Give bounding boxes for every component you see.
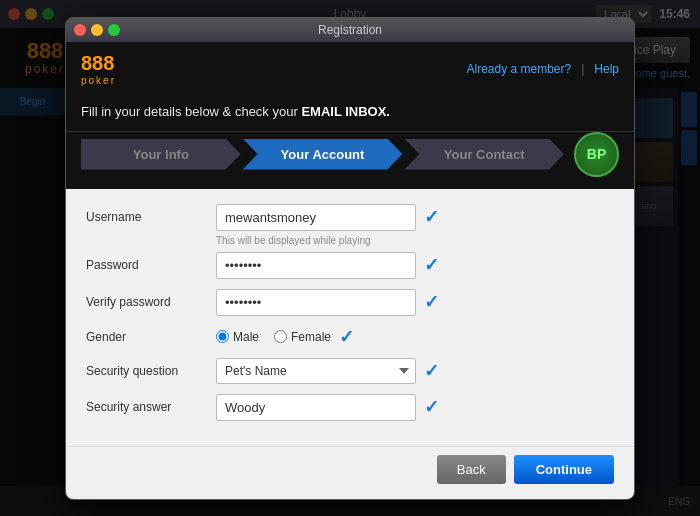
- username-check-icon: ✓: [424, 206, 439, 228]
- modal-logo: 888 poker: [81, 52, 116, 86]
- verify-password-label: Verify password: [86, 295, 216, 309]
- gender-female-option[interactable]: Female: [274, 330, 331, 344]
- form-buttons: Back Continue: [66, 446, 634, 499]
- gender-male-label: Male: [233, 330, 259, 344]
- modal-logo-txt: poker: [81, 75, 116, 86]
- back-button[interactable]: Back: [437, 455, 506, 484]
- username-hint: This will be displayed while playing: [216, 235, 614, 246]
- security-question-row: Security question Pet's Name Mother's Ma…: [86, 358, 614, 384]
- verify-password-row: Verify password ✓: [86, 289, 614, 316]
- continue-button[interactable]: Continue: [514, 455, 614, 484]
- step-tabs: Your Info Your Account Your Contact BP: [66, 132, 634, 189]
- gender-options-wrap: Male Female ✓: [216, 326, 614, 348]
- modal-overlay: Registration 888 poker Already a member?…: [0, 0, 700, 516]
- modal-titlebar: Registration: [66, 18, 634, 42]
- modal-maximize-button[interactable]: [108, 24, 120, 36]
- username-row: Username ✓: [86, 204, 614, 231]
- help-link[interactable]: Help: [594, 62, 619, 76]
- verify-password-check-icon: ✓: [424, 291, 439, 313]
- modal-close-button[interactable]: [74, 24, 86, 36]
- security-answer-row: Security answer ✓: [86, 394, 614, 421]
- verify-password-input-wrap: ✓: [216, 289, 614, 316]
- tab-your-contact[interactable]: Your Contact: [404, 139, 564, 170]
- modal-logo-num: 888: [81, 52, 114, 75]
- modal-subtitle: Fill in your details below & check your …: [66, 96, 634, 132]
- modal-body: 888 poker Already a member? | Help Fill …: [66, 42, 634, 499]
- gender-male-option[interactable]: Male: [216, 330, 259, 344]
- security-question-wrap: Pet's Name Mother's Maiden Name City of …: [216, 358, 614, 384]
- email-emphasis: EMAIL INBOX.: [301, 104, 390, 119]
- modal-minimize-button[interactable]: [91, 24, 103, 36]
- lobby-window: Lobby Local 15:46 888 poker EST | RUS | …: [0, 0, 700, 516]
- modal-window-controls: [74, 24, 120, 36]
- security-answer-input[interactable]: [216, 394, 416, 421]
- password-input[interactable]: [216, 252, 416, 279]
- gender-male-radio[interactable]: [216, 330, 229, 343]
- password-label: Password: [86, 258, 216, 272]
- tab-your-account[interactable]: Your Account: [243, 139, 403, 170]
- security-question-select[interactable]: Pet's Name Mother's Maiden Name City of …: [216, 358, 416, 384]
- security-question-check-icon: ✓: [424, 360, 439, 382]
- gender-check-icon: ✓: [339, 326, 354, 348]
- password-check-icon: ✓: [424, 254, 439, 276]
- gender-row: Gender Male Female: [86, 326, 614, 348]
- modal-title: Registration: [318, 23, 382, 37]
- username-input[interactable]: [216, 204, 416, 231]
- security-answer-label: Security answer: [86, 400, 216, 414]
- registration-form: Username ✓ This will be displayed while …: [66, 189, 634, 446]
- gender-radio-group: Male Female: [216, 330, 331, 344]
- security-question-label: Security question: [86, 364, 216, 378]
- password-row: Password ✓: [86, 252, 614, 279]
- modal-header-links: Already a member? | Help: [466, 62, 619, 76]
- username-label: Username: [86, 210, 216, 224]
- gender-label: Gender: [86, 330, 216, 344]
- registration-modal: Registration 888 poker Already a member?…: [65, 17, 635, 500]
- verify-password-input[interactable]: [216, 289, 416, 316]
- username-input-wrap: ✓: [216, 204, 614, 231]
- gender-female-label: Female: [291, 330, 331, 344]
- tab-your-info[interactable]: Your Info: [81, 139, 241, 170]
- modal-header: 888 poker Already a member? | Help: [66, 42, 634, 96]
- bp-logo: BP: [574, 132, 619, 177]
- gender-female-radio[interactable]: [274, 330, 287, 343]
- password-input-wrap: ✓: [216, 252, 614, 279]
- already-member-link[interactable]: Already a member?: [466, 62, 571, 76]
- security-answer-check-icon: ✓: [424, 396, 439, 418]
- security-answer-input-wrap: ✓: [216, 394, 614, 421]
